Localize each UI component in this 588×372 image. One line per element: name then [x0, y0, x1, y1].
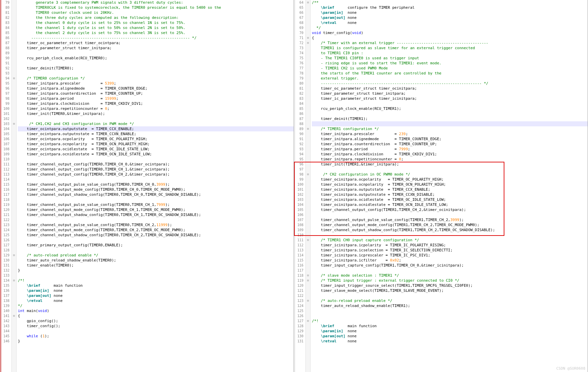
left-pane: 7980818283848586878889909192939495969798…: [0, 0, 294, 372]
split-editor: 7980818283848586878889909192939495969798…: [0, 0, 588, 372]
line-numbers-right[interactable]: 6465666768697071727374757677787980818283…: [295, 0, 306, 372]
fold-gutter-left[interactable]: ⊟⊟⊟⊟⊟: [12, 0, 17, 372]
line-numbers-left[interactable]: 7980818283848586878889909192939495969798…: [1, 0, 12, 372]
code-left[interactable]: generate 3 complementary PWM signals wit…: [17, 0, 294, 372]
code-right[interactable]: /** \brief configure the TIMER periphera…: [311, 0, 588, 372]
right-pane: 6465666768697071727374757677787980818283…: [294, 0, 588, 372]
fold-gutter-right[interactable]: ⊟⊟⊟⊟⊟⊟⊟⊟⊟⊟: [306, 0, 311, 372]
watermark: CSDN @SUR0608: [556, 366, 585, 371]
